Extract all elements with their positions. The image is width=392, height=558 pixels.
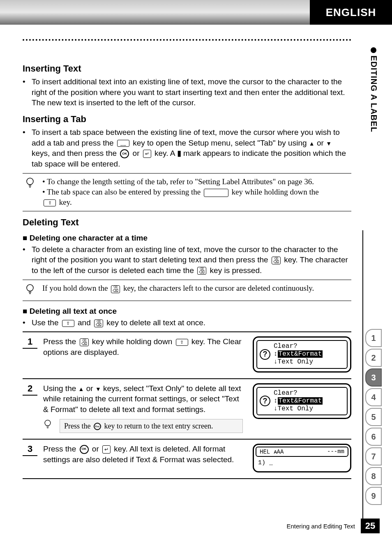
step-screen: ? Clear? ↕Text&Format ↓Text Only [253, 336, 351, 373]
backspace-key-icon: ⌫⌫ [197, 267, 206, 275]
step-1: 1 Press the ⌫⌫ key while holding down ⇧ … [23, 332, 351, 379]
step-2-tip: Press the Esc key to return to the text … [60, 419, 243, 433]
page-footer: Entering and Editing Text 25 [0, 519, 392, 533]
steps-list: 1 Press the ⌫⌫ key while holding down ⇧ … [23, 331, 351, 479]
heading-inserting-text: Inserting Text [23, 63, 351, 74]
tab-tip-box: • To change the length setting of the ta… [23, 173, 351, 211]
nav-chapter-4[interactable]: 4 [365, 388, 382, 406]
header-bar: ENGLISH [0, 0, 392, 25]
ok-key-icon: OK [120, 149, 129, 158]
nav-chapter-1[interactable]: 1 [365, 329, 382, 347]
step-screen-editor: HEL ᴀAA ---mm 1) _ [253, 444, 351, 472]
enter-key-icon: ↵ [102, 445, 111, 454]
nav-chapter-6[interactable]: 6 [365, 428, 382, 446]
language-badge: ENGLISH [310, 0, 392, 25]
step-body: Using the ▲ or ▼ keys, select "Text Only… [43, 383, 247, 433]
nav-chapter-5[interactable]: 5 [365, 408, 382, 426]
backspace-key-icon: ⌫⌫ [272, 257, 281, 264]
heading-deleting-text: Deleting Text [23, 217, 351, 228]
backspace-key-icon: ⌫⌫ [94, 320, 103, 327]
inserting-text-body: To insert additional text into an existi… [23, 76, 351, 108]
inserting-tab-body: To insert a tab space between the existi… [23, 127, 351, 169]
nav-chapter-9[interactable]: 9 [365, 487, 382, 505]
page-number: 25 [361, 519, 380, 533]
nav-chapter-7[interactable]: 7 [365, 447, 382, 465]
space-key-icon [204, 189, 228, 197]
section-side-tab: EDITING A LABEL [367, 47, 380, 132]
svg-point-1 [27, 285, 33, 291]
arrow-up-icon: ▲ [309, 140, 315, 147]
question-icon: ? [260, 396, 270, 406]
section-tab-label: EDITING A LABEL [369, 56, 378, 132]
backspace-key-icon: ⌫⌫ [80, 338, 89, 346]
backspace-key-icon: ⌫⌫ [111, 285, 120, 293]
nav-chapter-2[interactable]: 2 [365, 349, 382, 367]
enter-key-icon: ↵ [143, 150, 151, 158]
lightbulb-icon [25, 177, 37, 191]
lightbulb-icon [25, 283, 37, 297]
setup-key-icon: ⎯⎯ [117, 140, 129, 147]
main-content: Inserting Text To insert additional text… [23, 58, 351, 479]
heading-inserting-tab: Inserting a Tab [23, 114, 351, 125]
step-body: Press the OK or ↵ key. All text is delet… [43, 444, 247, 465]
deleting-one-body: To delete a character from an existing l… [23, 244, 351, 276]
question-icon: ? [260, 349, 270, 360]
tab-tip-2: The tab space can also be entered by pre… [42, 188, 319, 206]
deleting-one-tip: If you hold down the ⌫⌫ key, the charact… [23, 280, 351, 301]
step-body: Press the ⌫⌫ key while holding down ⇧ ke… [43, 336, 247, 357]
deleting-all-body: Use the ⇧ and ⌫⌫ key to delete all text … [23, 317, 351, 328]
nav-chapter-3[interactable]: 3 [365, 368, 382, 387]
nav-chapter-8[interactable]: 8 [365, 467, 382, 485]
deleting-one-tip-text: If you hold down the ⌫⌫ key, the charact… [42, 283, 314, 294]
arrow-down-icon: ▼ [326, 140, 332, 147]
shift-key-icon: ⇧ [176, 339, 188, 346]
arrow-up-icon: ▲ [78, 386, 84, 392]
svg-point-2 [45, 420, 51, 426]
shift-key-icon: ⇧ [62, 320, 74, 327]
arrow-down-icon: ▼ [95, 386, 101, 392]
lightbulb-icon [43, 419, 55, 433]
tab-tip-1: To change the length setting of the tab,… [47, 177, 314, 186]
footer-section-title: Entering and Editing Text [286, 523, 355, 530]
chapter-side-nav: 1 2 3 4 5 6 7 8 9 [365, 329, 382, 505]
step-2: 2 Using the ▲ or ▼ keys, select "Text On… [23, 379, 351, 440]
dotted-separator [23, 39, 351, 41]
step-number: 3 [23, 444, 37, 456]
svg-point-0 [27, 178, 33, 185]
step-number: 1 [23, 336, 37, 349]
step-3: 3 Press the OK or ↵ key. All text is del… [23, 440, 351, 479]
tab-mark-icon: ▮ [177, 149, 181, 157]
ok-key-icon: OK [80, 445, 89, 454]
step-number: 2 [23, 383, 37, 396]
side-bullet-icon [371, 47, 376, 53]
side-vertical-rule [362, 230, 363, 526]
shift-key-icon: ⇧ [44, 199, 56, 206]
step-screen: ? Clear? ↕Text&Format ↓Text Only [253, 383, 351, 419]
subhead-deleting-all: Deleting all text at once [23, 307, 351, 316]
subhead-deleting-one: Deleting one character at a time [23, 234, 351, 243]
esc-key-icon: Esc [94, 423, 101, 430]
